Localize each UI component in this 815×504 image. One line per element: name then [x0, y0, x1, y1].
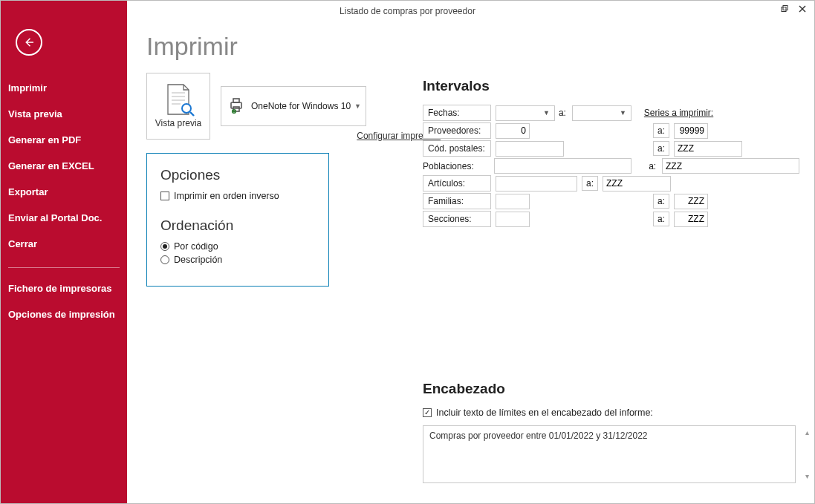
cp-to-input[interactable]	[674, 141, 742, 157]
fecha-to-input[interactable]	[572, 105, 631, 121]
proveedores-from-input[interactable]	[496, 123, 530, 139]
svg-point-8	[182, 104, 191, 113]
sidebar-item-fichero-impresoras[interactable]: Fichero de impresoras	[1, 275, 127, 301]
svg-rect-0	[782, 7, 786, 12]
familias-to-input[interactable]	[674, 194, 708, 209]
reverse-order-checkbox[interactable]	[160, 192, 169, 200]
fecha-from-input[interactable]	[496, 105, 555, 121]
encabezado-panel: Encabezado Incluir texto de límites en e…	[423, 381, 799, 483]
sidebar-item-opciones-impresion[interactable]: Opciones de impresión	[1, 301, 127, 327]
fechas-label: Fechas:	[423, 105, 491, 121]
sidebar-divider	[8, 267, 120, 268]
poblaciones-label: Poblaciones:	[423, 159, 490, 174]
secciones-label: Secciones:	[423, 211, 491, 227]
scroll-up-icon: ▴	[805, 428, 809, 436]
intervals-heading: Intervalos	[423, 78, 799, 94]
configure-printer-link[interactable]: Configurar impresora	[221, 131, 441, 141]
svg-rect-11	[233, 99, 239, 102]
scroll-down-icon: ▾	[805, 472, 809, 480]
include-limits-label: Incluir texto de límites en el encabezad…	[436, 408, 653, 418]
articulos-from-input[interactable]	[496, 176, 577, 192]
a-label: a:	[647, 161, 657, 171]
vista-previa-button[interactable]: Vista previa	[146, 73, 210, 140]
order-by-desc-label: Descripción	[174, 255, 222, 265]
sidebar-item-imprimir[interactable]: Imprimir	[1, 75, 127, 101]
printer-icon	[227, 96, 245, 117]
poblaciones-to-input[interactable]	[662, 158, 799, 174]
order-by-desc-radio[interactable]	[160, 255, 169, 264]
order-by-code-label: Por código	[174, 241, 218, 252]
options-heading: Opciones	[160, 167, 315, 183]
articulos-label: Artículos:	[423, 175, 491, 192]
scrollbar[interactable]: ▴ ▾	[805, 428, 809, 480]
poblaciones-from-input[interactable]	[494, 158, 631, 174]
series-link[interactable]: Series a imprimir:	[644, 108, 713, 118]
window-close-button[interactable]	[793, 2, 811, 16]
secciones-to-input[interactable]	[674, 212, 708, 227]
sidebar-item-vista-previa[interactable]: Vista previa	[1, 101, 127, 127]
options-panel: Opciones Imprimir en orden inverso Orden…	[146, 153, 329, 287]
svg-line-9	[190, 112, 194, 116]
sidebar-item-exportar[interactable]: Exportar	[1, 179, 127, 205]
back-button[interactable]	[16, 29, 42, 56]
sidebar-item-generar-excel[interactable]: Generar en EXCEL	[1, 153, 127, 179]
window-title: Listado de compras por proveedor	[340, 6, 475, 16]
sidebar-item-cerrar[interactable]: Cerrar	[1, 231, 127, 257]
order-heading: Ordenación	[160, 217, 315, 234]
codpostales-label: Cód. postales:	[423, 140, 491, 157]
sidebar-item-enviar-portal[interactable]: Enviar al Portal Doc.	[1, 205, 127, 231]
page-title: Imprimir	[146, 32, 795, 61]
svg-rect-1	[783, 6, 788, 10]
cp-from-input[interactable]	[496, 141, 564, 157]
proveedores-label: Proveedores:	[423, 122, 491, 139]
secciones-from-input[interactable]	[496, 212, 530, 227]
encabezado-heading: Encabezado	[423, 381, 799, 397]
a-label: a:	[653, 123, 669, 138]
a-label: a:	[653, 194, 669, 209]
familias-from-input[interactable]	[496, 194, 530, 209]
a-label: a:	[653, 212, 669, 226]
familias-label: Familias:	[423, 193, 491, 209]
a-label: a:	[557, 108, 568, 118]
include-limits-checkbox[interactable]	[423, 408, 432, 417]
order-by-code-radio[interactable]	[160, 242, 169, 251]
svg-rect-10	[231, 102, 241, 108]
window-restore-button[interactable]	[776, 2, 793, 16]
magnifier-icon	[181, 102, 195, 120]
printer-name: OneNote for Windows 10	[251, 101, 351, 111]
encabezado-textarea[interactable]: Compras por proveedor entre 01/01/2022 y…	[423, 425, 796, 483]
a-label: a:	[582, 176, 598, 191]
main-panel: Imprimir Vista previa	[127, 22, 814, 503]
a-label: a:	[653, 141, 669, 156]
sidebar: Imprimir Vista previa Generar en PDF Gen…	[1, 1, 127, 503]
proveedores-to-input[interactable]	[674, 123, 708, 139]
sidebar-item-generar-pdf[interactable]: Generar en PDF	[1, 127, 127, 153]
intervals-panel: Intervalos Fechas: ▼ a: ▼ Series a impri…	[423, 78, 799, 229]
chevron-down-icon: ▼	[354, 102, 361, 110]
printer-select[interactable]: OneNote for Windows 10 ▼	[221, 86, 366, 126]
reverse-order-label: Imprimir en orden inverso	[174, 191, 279, 201]
vista-previa-label: Vista previa	[155, 118, 201, 128]
articulos-to-input[interactable]	[603, 176, 671, 192]
